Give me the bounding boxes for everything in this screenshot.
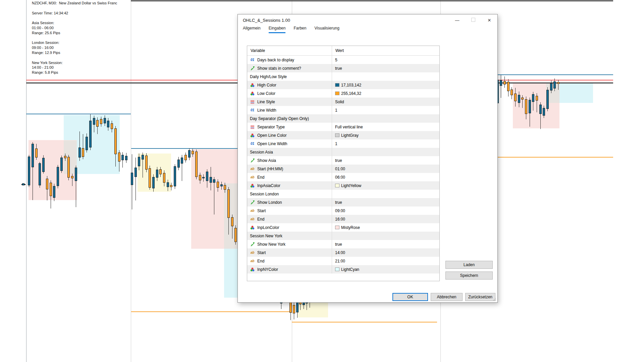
parameter-row[interactable]: Show stats in comment?true bbox=[247, 64, 439, 72]
parameter-row[interactable]: Show New Yorktrue bbox=[247, 240, 439, 248]
value-cell[interactable]: 14:00 bbox=[332, 248, 439, 257]
boolean-type-icon bbox=[250, 200, 255, 204]
value-cell[interactable]: 5 bbox=[332, 56, 439, 64]
section-row[interactable]: Day Separator (Daily Open Only) bbox=[247, 114, 439, 123]
value-cell[interactable]: 06:00 bbox=[332, 173, 439, 181]
bear-candle bbox=[64, 156, 66, 158]
value-cell[interactable]: LightGray bbox=[332, 131, 439, 139]
bull-candle bbox=[135, 168, 137, 177]
parameter-row[interactable]: Separator TypeFull vertical line bbox=[247, 123, 439, 131]
variable-cell: InpLonColor bbox=[247, 223, 332, 232]
value-cell[interactable]: 1 bbox=[332, 106, 439, 114]
parameter-row[interactable]: InpNYColorLightCyan bbox=[247, 265, 439, 274]
section-row[interactable]: Session New York bbox=[247, 232, 439, 240]
minimize-icon[interactable]: — bbox=[449, 18, 465, 23]
value-cell[interactable]: true bbox=[332, 240, 439, 248]
variable-label: Show Asia bbox=[257, 158, 276, 163]
string-type-icon: ab bbox=[250, 259, 255, 263]
parameter-row[interactable]: abStart (HH:MM)01:00 bbox=[247, 165, 439, 173]
indicator-settings-dialog: OHLC_&_Sessions 1.00 — ✕ AllgemeinEingab… bbox=[237, 14, 498, 303]
resize-grip[interactable] bbox=[493, 298, 496, 301]
value-cell[interactable]: true bbox=[332, 156, 439, 165]
value-cell[interactable]: 09:00 bbox=[332, 206, 439, 215]
maximize-icon[interactable] bbox=[465, 18, 481, 23]
variable-label: End bbox=[257, 217, 264, 222]
column-header-variable: Variable bbox=[247, 46, 332, 55]
parameter-row[interactable]: abStart09:00 bbox=[247, 206, 439, 215]
parameter-row[interactable]: Open Line ColorLightGray bbox=[247, 131, 439, 139]
value-cell[interactable]: 16:00 bbox=[332, 215, 439, 223]
color-swatch bbox=[335, 226, 339, 229]
value-cell[interactable]: 1 bbox=[332, 139, 439, 148]
bear-candle bbox=[227, 189, 230, 218]
parameter-row[interactable]: abStart14:00 bbox=[247, 248, 439, 257]
bull-candle bbox=[28, 157, 30, 185]
tab-farben[interactable]: Farben bbox=[293, 26, 306, 32]
value-cell[interactable]: MistyRose bbox=[332, 223, 439, 232]
abbrechen-button[interactable]: Abbrechen bbox=[431, 293, 463, 301]
tab-allgemein[interactable]: Allgemein bbox=[243, 26, 261, 32]
value-cell[interactable]: true bbox=[332, 64, 439, 72]
bear-candle bbox=[159, 169, 162, 174]
section-row[interactable]: Session Asia bbox=[247, 148, 439, 156]
parameter-row[interactable]: Show Londontrue bbox=[247, 198, 439, 206]
parameter-row[interactable]: Low Color255,164,32 bbox=[247, 89, 439, 98]
bear-candle bbox=[507, 82, 509, 91]
value-cell[interactable]: 01:00 bbox=[332, 165, 439, 173]
variable-label: Show stats in comment? bbox=[257, 66, 301, 71]
bear-candle bbox=[145, 156, 148, 170]
value-cell[interactable]: 17,103,142 bbox=[332, 81, 439, 89]
parameter-row[interactable]: 01Open Line Width1 bbox=[247, 139, 439, 148]
variable-cell: abStart bbox=[247, 206, 332, 215]
color-type-icon bbox=[250, 267, 255, 272]
parameter-row[interactable]: abEnd06:00 bbox=[247, 173, 439, 181]
zurücksetzen-button[interactable]: Zurücksetzen bbox=[465, 293, 495, 301]
parameter-row[interactable]: High Color17,103,142 bbox=[247, 81, 439, 89]
parameter-row[interactable]: InpAsiaColorLightYellow bbox=[247, 181, 439, 190]
value-cell[interactable]: LightCyan bbox=[332, 265, 439, 274]
dialog-titlebar[interactable]: OHLC_&_Sessions 1.00 — ✕ bbox=[238, 14, 497, 26]
value-text: 1 bbox=[335, 108, 337, 113]
variable-label: InpLonColor bbox=[257, 225, 279, 230]
bull-candle bbox=[22, 183, 24, 185]
laden-button[interactable]: Laden bbox=[445, 261, 493, 269]
tab-eingaben[interactable]: Eingaben bbox=[269, 26, 286, 33]
value-cell[interactable]: 255,164,32 bbox=[332, 89, 439, 98]
bull-candle bbox=[188, 150, 191, 158]
ok-button[interactable]: OK bbox=[392, 293, 428, 301]
value-cell[interactable]: Full vertical line bbox=[332, 123, 439, 131]
value-cell[interactable]: true bbox=[332, 198, 439, 206]
value-cell[interactable]: LightYellow bbox=[332, 181, 439, 190]
bear-candle bbox=[503, 81, 506, 84]
value-cell[interactable]: Solid bbox=[332, 98, 439, 106]
variable-cell: 01Open Line Width bbox=[247, 139, 332, 148]
bull-candle bbox=[104, 118, 106, 123]
color-type-icon bbox=[250, 92, 255, 96]
bear-candle bbox=[100, 119, 102, 124]
bull-candle bbox=[138, 157, 140, 166]
bull-candle bbox=[39, 163, 41, 185]
section-row[interactable]: Session London bbox=[247, 190, 439, 198]
bear-candle bbox=[293, 305, 295, 313]
parameter-row[interactable]: abEnd16:00 bbox=[247, 215, 439, 223]
variable-label: InpNYColor bbox=[257, 267, 278, 272]
section-row[interactable]: Daily High/Low Style bbox=[247, 72, 439, 81]
parameter-row[interactable]: abEnd21:00 bbox=[247, 257, 439, 265]
parameter-row[interactable]: 01Line Width1 bbox=[247, 106, 439, 114]
tab-visualisierung[interactable]: Visualisierung bbox=[314, 26, 339, 32]
speichern-button[interactable]: Speichern bbox=[445, 272, 493, 280]
variable-label: Separator Type bbox=[257, 125, 285, 129]
chart-area[interactable]: NZDCHF, M30: New Zealand Dollar vs Swiss… bbox=[0, 0, 644, 362]
variable-label: Open Line Color bbox=[257, 133, 286, 138]
parameter-row[interactable]: Show Asiatrue bbox=[247, 156, 439, 165]
bull-candle bbox=[53, 186, 55, 198]
bear-candle bbox=[289, 302, 292, 313]
bear-candle bbox=[557, 82, 559, 84]
value-cell[interactable]: 21:00 bbox=[332, 257, 439, 265]
parameter-row[interactable]: Line StyleSolid bbox=[247, 98, 439, 106]
parameter-row[interactable]: InpLonColorMistyRose bbox=[247, 223, 439, 232]
close-icon[interactable]: ✕ bbox=[481, 18, 497, 23]
bull-candle bbox=[125, 156, 127, 160]
parameter-row[interactable]: 01Days back to display5 bbox=[247, 56, 439, 64]
boolean-type-icon bbox=[250, 242, 255, 246]
